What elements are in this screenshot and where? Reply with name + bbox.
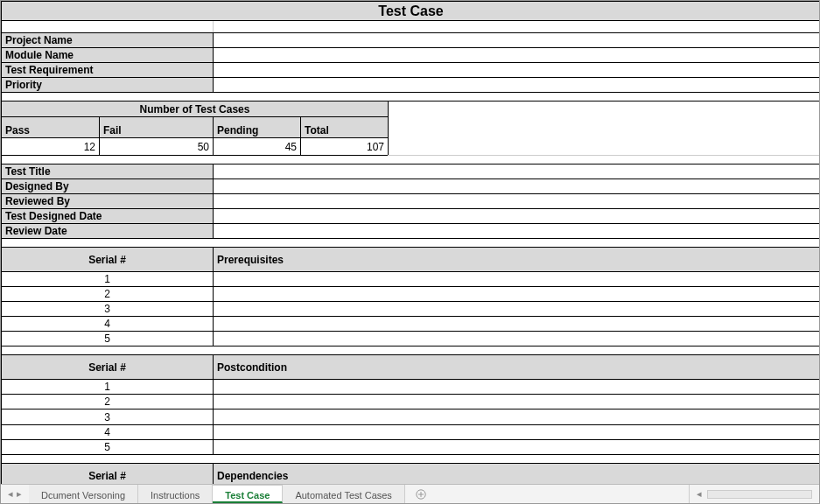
table-row[interactable] [214,317,820,332]
label-priority: Priority [2,78,214,93]
add-sheet-button[interactable] [405,485,437,503]
val-total[interactable]: 107 [301,138,389,156]
val-pending[interactable]: 45 [214,138,301,156]
sheet-tab-bar: ◂ ▸ Dcument Versoning Instructions Test … [1,484,819,503]
table-row[interactable] [214,380,820,395]
hdr-serial-postcond: Serial # [2,355,214,380]
hdr-postcondition: Postcondition [214,355,820,380]
scroll-left-icon[interactable]: ◂ [697,488,702,500]
table-row[interactable]: 5 [2,332,214,346]
page-title: Test Case [2,2,820,21]
table-row[interactable] [214,410,820,425]
label-review-date: Review Date [2,224,214,239]
col-pass: Pass [2,117,100,138]
value-reviewed-by[interactable] [214,194,820,209]
stats-header: Number of Test Cases [2,102,389,117]
table-row[interactable]: 5 [2,440,214,455]
tab-nav-controls: ◂ ▸ [1,485,29,503]
tab-instructions[interactable]: Instructions [138,485,213,503]
col-pending: Pending [214,117,301,138]
value-priority[interactable] [214,78,820,93]
table-row[interactable]: 1 [2,380,214,395]
table-row[interactable]: 4 [2,425,214,440]
label-module-name: Module Name [2,48,214,63]
hdr-prerequisites: Prerequisites [214,248,820,272]
table-row[interactable] [214,440,820,455]
label-test-requirement: Test Requirement [2,63,214,78]
table-row[interactable]: 3 [2,302,214,317]
sheet-table: Test Case Project Name Module Name Test … [1,1,819,484]
plus-icon [416,489,426,500]
tab-automated-test-cases[interactable]: Automated Test Cases [283,485,404,503]
val-pass[interactable]: 12 [2,138,100,156]
value-designed-by[interactable] [214,179,820,194]
table-row[interactable] [214,332,820,346]
val-fail[interactable]: 50 [100,138,214,156]
label-reviewed-by: Reviewed By [2,194,214,209]
table-row[interactable]: 1 [2,272,214,287]
table-row[interactable]: 4 [2,317,214,332]
value-test-requirement[interactable] [214,63,820,78]
scroll-track[interactable] [707,490,812,499]
value-review-date[interactable] [214,224,820,239]
value-module-name[interactable] [214,48,820,63]
table-row[interactable]: 2 [2,395,214,410]
value-test-title[interactable] [214,164,820,179]
table-row[interactable] [214,302,820,317]
table-row[interactable] [214,287,820,302]
label-test-designed-date: Test Designed Date [2,209,214,224]
value-test-designed-date[interactable] [214,209,820,224]
table-row[interactable] [214,425,820,440]
table-row[interactable]: 3 [2,410,214,425]
tab-document-versioning[interactable]: Dcument Versoning [29,485,138,503]
spreadsheet-area[interactable]: Test Case Project Name Module Name Test … [1,1,819,484]
tab-nav-next-icon[interactable]: ▸ [17,488,22,500]
table-row[interactable] [214,395,820,410]
horizontal-scrollbar[interactable]: ◂ [689,485,819,503]
tab-nav-prev-icon[interactable]: ◂ [8,488,13,500]
hdr-dependencies: Dependencies [214,464,820,485]
label-project-name: Project Name [2,33,214,48]
table-row[interactable]: 2 [2,287,214,302]
hdr-serial-deps: Serial # [2,464,214,485]
label-designed-by: Designed By [2,179,214,194]
table-row[interactable] [214,272,820,287]
col-fail: Fail [100,117,214,138]
hdr-serial-prereq: Serial # [2,248,214,272]
tab-test-case[interactable]: Test Case [213,485,283,503]
label-test-title: Test Title [2,164,214,179]
value-project-name[interactable] [214,33,820,48]
col-total: Total [301,117,389,138]
